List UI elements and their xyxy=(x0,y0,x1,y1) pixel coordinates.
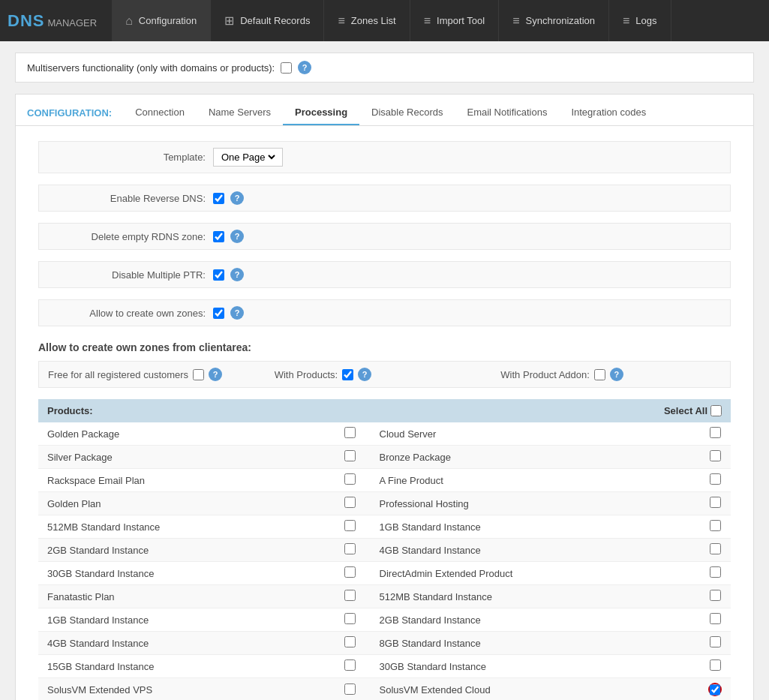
allow-own-zones-row: Allow to create own zones: ? xyxy=(38,299,731,326)
free-customers-checkbox[interactable] xyxy=(193,369,204,380)
product-right-checkbox-6[interactable] xyxy=(710,566,721,578)
free-customers-help-icon[interactable]: ? xyxy=(209,368,222,381)
product-left-checkbox-4[interactable] xyxy=(344,520,356,531)
product-checkbox-left xyxy=(335,446,365,469)
product-right-checkbox-9[interactable] xyxy=(710,636,721,647)
with-products-help-icon[interactable]: ? xyxy=(358,368,371,381)
delete-empty-rdns-checkbox[interactable] xyxy=(213,231,224,242)
import-icon: ≡ xyxy=(424,14,431,28)
logs-icon: ≡ xyxy=(623,14,629,28)
product-left-checkbox-6[interactable] xyxy=(344,566,356,578)
table-row: Silver PackageBronze Package xyxy=(38,446,731,469)
disable-ptr-help-icon[interactable]: ? xyxy=(230,268,244,281)
product-right-checkbox-5[interactable] xyxy=(710,543,721,554)
product-left-checkbox-2[interactable] xyxy=(344,473,356,485)
product-left-checkbox-10[interactable] xyxy=(344,659,356,671)
main-content: Multiservers functionality (only with do… xyxy=(0,41,769,700)
table-row: Fanatastic Plan512MB Standard Instance xyxy=(38,585,731,608)
product-name-left: Rackspace Email Plan xyxy=(38,469,335,492)
product-name-left: Golden Plan xyxy=(38,492,335,515)
product-name-left: 512MB Standard Instance xyxy=(38,515,335,539)
select-all-area: Select All xyxy=(664,405,722,416)
product-checkbox-right xyxy=(699,655,731,678)
product-checkbox-left xyxy=(335,585,365,608)
tab-disable-records[interactable]: Disable Records xyxy=(359,101,455,125)
enable-rdns-checkbox[interactable] xyxy=(213,193,224,204)
product-left-checkbox-3[interactable] xyxy=(344,497,356,508)
enable-rdns-help-icon[interactable]: ? xyxy=(230,191,244,205)
product-right-checkbox-8[interactable] xyxy=(710,613,721,624)
product-left-checkbox-0[interactable] xyxy=(344,427,356,438)
product-checkbox-right xyxy=(699,492,731,515)
product-name-right: Cloud Server xyxy=(365,422,699,446)
product-name-left: Silver Package xyxy=(38,446,335,469)
product-left-checkbox-5[interactable] xyxy=(344,543,356,554)
product-name-right: 30GB Standard Instance xyxy=(365,655,699,678)
product-right-checkbox-10[interactable] xyxy=(710,659,721,671)
tab-name-servers[interactable]: Name Servers xyxy=(197,101,283,125)
product-left-checkbox-8[interactable] xyxy=(344,613,356,624)
product-name-right: 1GB Standard Instance xyxy=(365,515,699,539)
tab-integration-codes[interactable]: Integration codes xyxy=(559,101,658,125)
product-right-checkbox-4[interactable] xyxy=(710,520,721,531)
product-left-checkbox-11[interactable] xyxy=(344,683,356,695)
section-clientarea-title: Allow to create own zones from clientare… xyxy=(38,341,731,353)
product-name-left: 4GB Standard Instance xyxy=(38,632,335,655)
product-checkbox-right xyxy=(699,422,731,446)
product-right-checkbox-11[interactable] xyxy=(710,684,720,695)
product-right-checkbox-3[interactable] xyxy=(710,497,721,508)
product-checkbox-right xyxy=(699,446,731,469)
table-row: 1GB Standard Instance2GB Standard Instan… xyxy=(38,608,731,632)
product-checkbox-left xyxy=(335,422,365,446)
product-left-checkbox-1[interactable] xyxy=(344,450,356,461)
product-name-right: A Fine Product xyxy=(365,469,699,492)
product-right-checkbox-7[interactable] xyxy=(710,590,721,601)
sync-icon: ≡ xyxy=(512,14,519,28)
product-right-checkbox-0[interactable] xyxy=(710,427,721,438)
template-select[interactable]: One Page xyxy=(218,151,278,164)
nav-label-logs: Logs xyxy=(635,15,656,26)
home-icon: ⌂ xyxy=(125,14,133,28)
select-all-checkbox[interactable] xyxy=(710,405,722,416)
tab-connection[interactable]: Connection xyxy=(123,101,197,125)
enable-rdns-label: Enable Reverse DNS: xyxy=(48,193,213,204)
select-all-label: Select All xyxy=(664,405,707,416)
tab-email-notifications[interactable]: Email Notifications xyxy=(455,101,559,125)
tab-processing[interactable]: Processing xyxy=(283,101,359,125)
product-name-left: 2GB Standard Instance xyxy=(38,539,335,562)
clientarea-row: Free for all registered customers ? With… xyxy=(38,361,731,388)
product-checkbox-left xyxy=(335,632,365,655)
product-checkbox-right xyxy=(699,562,731,585)
product-right-checkbox-2[interactable] xyxy=(710,473,721,485)
nav-item-default-records[interactable]: ⊞ Default Records xyxy=(211,0,324,41)
with-products-label: With Products: xyxy=(275,369,338,380)
table-row: 15GB Standard Instance30GB Standard Inst… xyxy=(38,655,731,678)
with-products-checkbox[interactable] xyxy=(342,369,353,380)
product-checkbox-right xyxy=(699,539,731,562)
allow-own-zones-help-icon[interactable]: ? xyxy=(230,306,244,320)
product-left-checkbox-7[interactable] xyxy=(344,590,356,601)
nav-item-synchronization[interactable]: ≡ Synchronization xyxy=(499,0,609,41)
allow-own-zones-checkbox[interactable] xyxy=(213,308,224,319)
product-left-checkbox-9[interactable] xyxy=(344,636,356,647)
with-product-addon-help-icon[interactable]: ? xyxy=(610,368,623,381)
nav-item-zones-list[interactable]: ≡ Zones List xyxy=(324,0,410,41)
table-row: Golden PlanProfessional Hosting xyxy=(38,492,731,515)
products-header-label: Products: xyxy=(47,405,93,416)
products-table: Golden PackageCloud ServerSilver Package… xyxy=(38,422,731,700)
config-area: CONFIGURATION: Connection Name Servers P… xyxy=(15,94,754,700)
nav-item-import-tool[interactable]: ≡ Import Tool xyxy=(410,0,499,41)
disable-ptr-checkbox[interactable] xyxy=(213,269,224,281)
product-checkbox-right xyxy=(699,678,731,701)
with-product-addon-checkbox[interactable] xyxy=(594,369,605,380)
table-row: 30GB Standard InstanceDirectAdmin Extend… xyxy=(38,562,731,585)
nav-label-default-records: Default Records xyxy=(240,15,310,26)
nav-item-configuration[interactable]: ⌂ Configuration xyxy=(112,0,211,41)
template-label: Template: xyxy=(48,152,213,163)
product-checkbox-right xyxy=(699,469,731,492)
delete-empty-rdns-help-icon[interactable]: ? xyxy=(230,230,244,243)
product-right-checkbox-1[interactable] xyxy=(710,450,721,461)
multiservers-help-icon[interactable]: ? xyxy=(298,61,311,74)
nav-item-logs[interactable]: ≡ Logs xyxy=(609,0,671,41)
multiservers-checkbox[interactable] xyxy=(281,62,292,74)
